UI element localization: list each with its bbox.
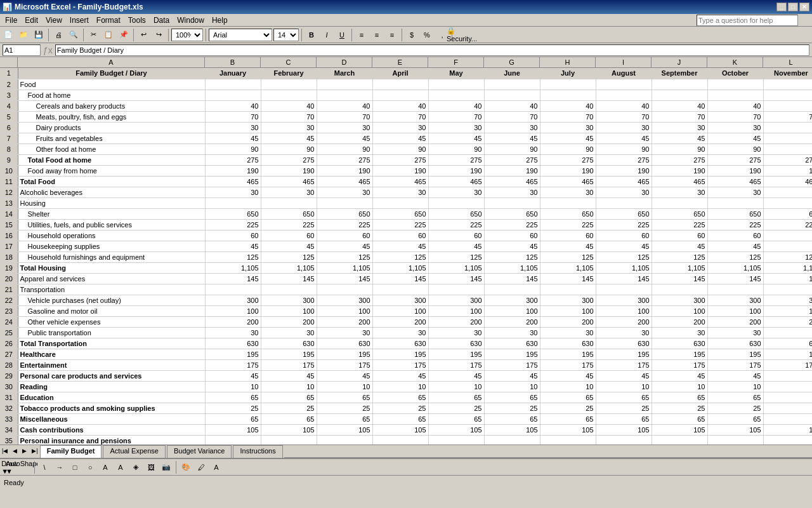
cell-a31[interactable]: Education <box>18 392 205 403</box>
cell-g27[interactable]: 195 <box>484 349 540 359</box>
cell-d21[interactable] <box>317 284 372 295</box>
cell-i16[interactable]: 60 <box>596 230 652 241</box>
cell-a2[interactable]: Food <box>18 79 205 90</box>
copy-button[interactable]: 📋 <box>102 28 115 42</box>
cell-l27[interactable]: 19 <box>763 349 812 359</box>
prev-tab-button[interactable]: ◀ <box>11 447 19 455</box>
cell-i28[interactable]: 175 <box>596 359 652 370</box>
cell-b8[interactable]: 90 <box>205 144 261 154</box>
cell-a8[interactable]: Other food at home <box>18 144 205 154</box>
cell-c12[interactable]: 30 <box>261 187 317 197</box>
cell-a21[interactable]: Transportation <box>18 284 205 295</box>
cell-e27[interactable]: 195 <box>372 349 428 359</box>
cell-a7[interactable]: Fruits and vegetables <box>18 133 205 144</box>
cell-j2[interactable] <box>652 79 707 90</box>
cell-j3[interactable] <box>652 90 707 100</box>
cell-h1[interactable]: July <box>540 68 596 79</box>
cell-d11[interactable]: 465 <box>317 176 372 187</box>
cell-e1[interactable]: April <box>372 68 428 79</box>
cell-l33[interactable]: 6 <box>763 413 812 424</box>
cell-c25[interactable]: 30 <box>261 327 317 338</box>
cell-d16[interactable]: 60 <box>317 230 372 241</box>
cell-j33[interactable]: 65 <box>652 413 707 424</box>
fill-color-button[interactable]: 🎨 <box>179 460 193 474</box>
table-row[interactable]: 26Total Transportation630630630630630630… <box>0 338 812 349</box>
cell-k12[interactable]: 30 <box>707 187 763 197</box>
tab-budget-variance[interactable]: Budget Variance <box>167 445 232 458</box>
next-tab-button[interactable]: ▶ <box>20 447 29 455</box>
cell-j16[interactable]: 60 <box>652 230 707 241</box>
col-header-d[interactable]: D <box>317 57 372 67</box>
cell-l30[interactable]: 1 <box>763 381 812 392</box>
cell-a3[interactable]: Food at home <box>18 90 205 100</box>
cell-l18[interactable]: 125 <box>763 251 812 262</box>
cell-h6[interactable]: 30 <box>540 122 596 133</box>
cell-f5[interactable]: 70 <box>428 111 484 122</box>
cell-i1[interactable]: August <box>596 68 652 79</box>
cell-b1[interactable]: January <box>205 68 261 79</box>
cell-l17[interactable]: 4 <box>763 241 812 251</box>
cell-j28[interactable]: 175 <box>652 359 707 370</box>
cell-i13[interactable] <box>596 197 652 208</box>
cell-j12[interactable]: 30 <box>652 187 707 197</box>
cell-g6[interactable]: 30 <box>484 122 540 133</box>
oval-tool[interactable]: ○ <box>83 460 97 474</box>
cell-j35[interactable] <box>652 435 707 444</box>
cell-e13[interactable] <box>372 197 428 208</box>
cell-h31[interactable]: 65 <box>540 392 596 403</box>
cell-g15[interactable]: 225 <box>484 219 540 230</box>
cell-c32[interactable]: 25 <box>261 403 317 413</box>
cell-j10[interactable]: 190 <box>652 165 707 176</box>
italic-button[interactable]: I <box>320 28 334 42</box>
table-row[interactable]: 17Housekeeping supplies45454545454545454… <box>0 241 812 251</box>
cell-f22[interactable]: 300 <box>428 295 484 305</box>
cell-f19[interactable]: 1,105 <box>428 262 484 273</box>
cut-button[interactable]: ✂ <box>86 28 100 42</box>
cell-h5[interactable]: 70 <box>540 111 596 122</box>
cell-d24[interactable]: 200 <box>317 316 372 327</box>
cell-i31[interactable]: 65 <box>596 392 652 403</box>
cell-c29[interactable]: 45 <box>261 370 317 381</box>
col-header-a[interactable]: A <box>18 57 205 67</box>
cell-j29[interactable]: 45 <box>652 370 707 381</box>
cell-g7[interactable]: 45 <box>484 133 540 144</box>
cell-a15[interactable]: Utilities, fuels, and public services <box>18 219 205 230</box>
save-button[interactable]: 💾 <box>32 28 46 42</box>
cell-f34[interactable]: 105 <box>428 424 484 435</box>
cell-l29[interactable]: 4 <box>763 370 812 381</box>
table-row[interactable]: 25Public transportation30303030303030303… <box>0 327 812 338</box>
cell-j8[interactable]: 90 <box>652 144 707 154</box>
cell-h27[interactable]: 195 <box>540 349 596 359</box>
cell-a12[interactable]: Alcoholic beverages <box>18 187 205 197</box>
paste-button[interactable]: 📌 <box>117 28 131 42</box>
cell-e24[interactable]: 200 <box>372 316 428 327</box>
close-button[interactable]: ✕ <box>799 3 809 11</box>
arrow-tool[interactable]: → <box>53 460 67 474</box>
cell-g18[interactable]: 125 <box>484 251 540 262</box>
cell-j25[interactable]: 30 <box>652 327 707 338</box>
cell-g29[interactable]: 45 <box>484 370 540 381</box>
cell-f28[interactable]: 175 <box>428 359 484 370</box>
table-row[interactable]: 2Food <box>0 79 812 90</box>
cell-i26[interactable]: 630 <box>596 338 652 349</box>
cell-f10[interactable]: 190 <box>428 165 484 176</box>
cell-h34[interactable]: 105 <box>540 424 596 435</box>
cell-a26[interactable]: Total Transportation <box>18 338 205 349</box>
cell-l13[interactable] <box>763 197 812 208</box>
cell-f35[interactable] <box>428 435 484 444</box>
cell-i35[interactable] <box>596 435 652 444</box>
cell-e5[interactable]: 70 <box>372 111 428 122</box>
table-row[interactable]: 5Meats, poultry, fish, and eggs707070707… <box>0 111 812 122</box>
cell-d35[interactable] <box>317 435 372 444</box>
cell-b3[interactable] <box>205 90 261 100</box>
cell-j24[interactable]: 200 <box>652 316 707 327</box>
cell-b9[interactable]: 275 <box>205 154 261 165</box>
menu-insert[interactable]: Insert <box>66 15 93 26</box>
cell-c26[interactable]: 630 <box>261 338 317 349</box>
cell-l35[interactable] <box>763 435 812 444</box>
cell-g16[interactable]: 60 <box>484 230 540 241</box>
cell-d13[interactable] <box>317 197 372 208</box>
cell-h18[interactable]: 125 <box>540 251 596 262</box>
undo-button[interactable]: ↩ <box>136 28 150 42</box>
table-row[interactable]: 30Reading101010101010101010101 <box>0 381 812 392</box>
